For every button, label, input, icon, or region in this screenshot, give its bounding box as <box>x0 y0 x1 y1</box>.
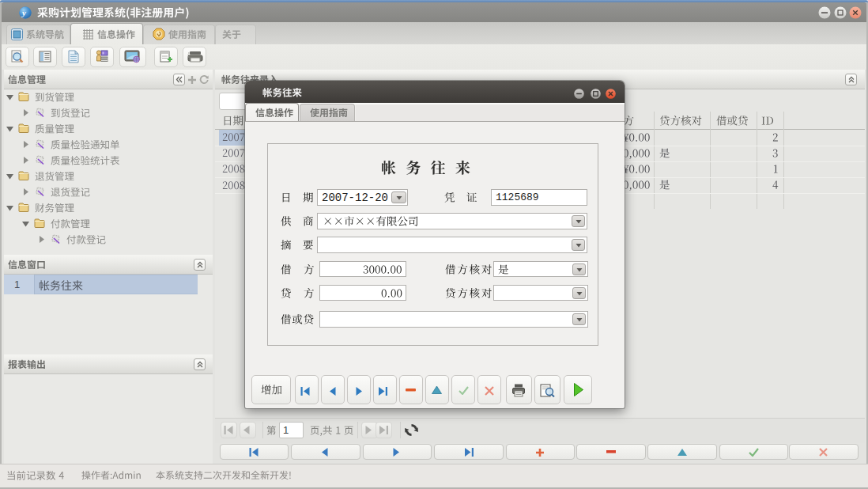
svg-text:y: y <box>21 8 26 17</box>
